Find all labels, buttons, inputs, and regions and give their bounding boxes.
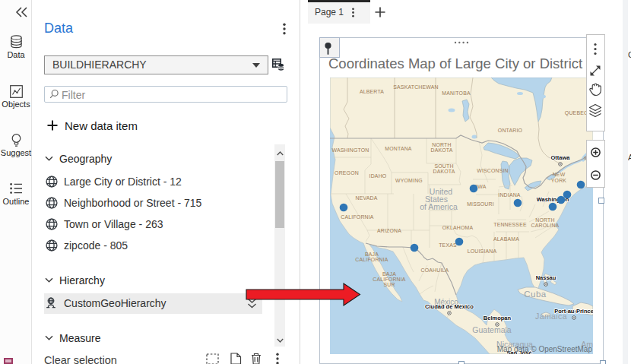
svg-text:CALIFORNIA: CALIFORNIA — [355, 257, 388, 262]
svg-text:IDAHO: IDAHO — [369, 173, 387, 179]
svg-text:Guatemala: Guatemala — [472, 325, 512, 334]
svg-text:DAKOTA: DAKOTA — [433, 169, 455, 174]
svg-text:MANITOBA: MANITOBA — [442, 90, 471, 96]
svg-text:QUEBEC: QUEBEC — [565, 110, 588, 116]
svg-text:Cuba: Cuba — [524, 290, 547, 299]
svg-text:ALABAMA: ALABAMA — [493, 236, 519, 242]
svg-text:NORTH: NORTH — [535, 217, 554, 223]
svg-text:NORTH: NORTH — [432, 142, 451, 147]
svg-text:TEXAS: TEXAS — [439, 242, 457, 248]
svg-text:SUR: SUR — [383, 282, 395, 287]
svg-text:Nassau: Nassau — [536, 274, 556, 281]
svg-text:INDIANA: INDIANA — [498, 192, 521, 198]
svg-text:TENNESSEE: TENNESSEE — [493, 222, 527, 227]
svg-text:Map data © OpenStreetMap: Map data © OpenStreetMap — [497, 345, 593, 353]
svg-text:BAJA: BAJA — [382, 271, 396, 277]
svg-text:Ciudad de México: Ciudad de México — [425, 303, 474, 310]
svg-text:MISSOURI: MISSOURI — [467, 201, 494, 207]
svg-text:BAJA: BAJA — [365, 252, 379, 257]
svg-text:CALIFORNIA: CALIFORNIA — [341, 214, 374, 220]
svg-text:COAHUILA: COAHUILA — [421, 267, 449, 273]
svg-text:Belmopan: Belmopan — [484, 315, 512, 321]
svg-text:Ottawa: Ottawa — [550, 154, 570, 161]
svg-text:CALIFORNIA: CALIFORNIA — [373, 277, 406, 282]
svg-text:WASHINGTON: WASHINGTON — [331, 147, 369, 153]
svg-text:CAROLINA: CAROLINA — [531, 223, 560, 228]
svg-text:NEW: NEW — [553, 172, 566, 177]
svg-text:ALBERTA: ALBERTA — [360, 89, 384, 94]
svg-text:WISCONSIN: WISCONSIN — [477, 168, 509, 173]
svg-text:DAKOTA: DAKOTA — [430, 147, 452, 153]
svg-text:SASKATCHEWAN: SASKATCHEWAN — [393, 84, 438, 90]
svg-text:Port-au-Prince: Port-au-Prince — [554, 308, 593, 315]
svg-text:MONTANA: MONTANA — [385, 146, 412, 151]
svg-text:WYOMING: WYOMING — [395, 178, 423, 183]
svg-text:of America: of America — [420, 202, 458, 211]
svg-text:YORK: YORK — [551, 178, 567, 183]
svg-text:OKLAHOMA: OKLAHOMA — [442, 225, 474, 230]
svg-text:SOUTH: SOUTH — [434, 163, 453, 169]
svg-text:ARIZONA: ARIZONA — [377, 228, 401, 233]
svg-text:OREGON: OREGON — [335, 170, 359, 176]
svg-text:ONTARIO: ONTARIO — [498, 128, 523, 133]
svg-text:LOUISIANA: LOUISIANA — [468, 248, 497, 254]
svg-text:NEVADA: NEVADA — [355, 195, 377, 201]
